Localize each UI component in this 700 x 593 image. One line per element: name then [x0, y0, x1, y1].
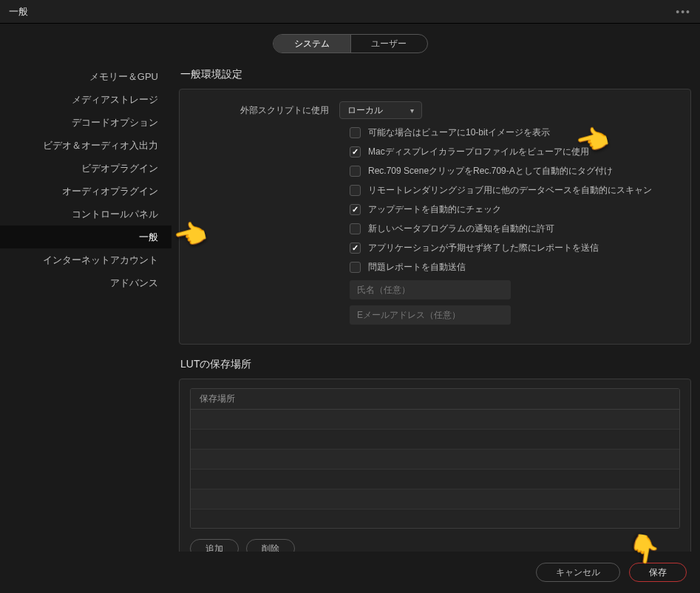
sidebar-item-label: ビデオプラグイン [81, 162, 158, 175]
general-section-title: 一般環境設定 [180, 68, 691, 81]
sidebar-item-label: メモリー＆GPU [89, 70, 158, 84]
check-mac-color-profile[interactable] [350, 146, 361, 157]
sidebar-item-label: オーディオプラグイン [62, 185, 158, 198]
check-label: 新しいベータプログラムの通知を自動的に許可 [368, 223, 554, 235]
sidebar-item-general[interactable]: 一般 [0, 226, 171, 248]
tabbar: システム ユーザー [0, 24, 700, 62]
main-content: 一般環境設定 外部スクリプトに使用 ローカル ▾ 可能な場合はビューアに10-b… [171, 62, 700, 553]
check-auto-send-report[interactable] [350, 262, 361, 273]
save-button[interactable]: 保存 [629, 563, 687, 582]
footer: キャンセル 保存 [0, 552, 700, 593]
sidebar-item-label: デコードオプション [72, 116, 158, 129]
script-label: 外部スクリプトに使用 [193, 104, 339, 117]
sidebar-item-label: アドバンス [110, 277, 158, 290]
lut-table: 保存場所 [190, 388, 680, 529]
sidebar-item-control-panels[interactable]: コントロールパネル [0, 203, 171, 226]
sidebar-item-memory-gpu[interactable]: メモリー＆GPU [0, 65, 171, 88]
check-10bit[interactable] [350, 127, 361, 138]
tab-system[interactable]: システム [273, 35, 350, 52]
check-label: Rec.709 SceneクリップをRec.709-Aとして自動的にタグ付け [368, 165, 613, 177]
check-label: Macディスプレイカラープロファイルをビューアに使用 [368, 146, 589, 158]
table-row[interactable] [191, 470, 679, 489]
check-beta-notify[interactable] [350, 223, 361, 234]
lut-panel: 保存場所 追加 削除 [179, 379, 691, 553]
check-label: リモートレンダリングジョブ用に他のデータベースを自動的にスキャン [368, 184, 652, 197]
lut-table-body[interactable] [191, 410, 679, 528]
sidebar-item-label: コントロールパネル [72, 208, 158, 221]
sidebar-item-label: インターネットアカウント [43, 254, 158, 267]
check-updates[interactable] [350, 204, 361, 215]
sidebar-item-advanced[interactable]: アドバンス [0, 271, 171, 294]
segmented-control: システム ユーザー [273, 34, 428, 53]
window-title: 一般 [9, 5, 28, 18]
check-label: 問題レポートを自動送信 [368, 261, 466, 274]
script-select-value: ローカル [347, 104, 383, 117]
sidebar-item-media-storage[interactable]: メディアストレージ [0, 88, 171, 111]
check-rec709[interactable] [350, 166, 361, 177]
sidebar-item-video-audio-io[interactable]: ビデオ＆オーディオ入出力 [0, 134, 171, 157]
sidebar-item-label: ビデオ＆オーディオ入出力 [43, 139, 158, 152]
sidebar-item-internet-accounts[interactable]: インターネットアカウント [0, 248, 171, 271]
chevron-down-icon: ▾ [410, 106, 414, 115]
sidebar: メモリー＆GPU メディアストレージ デコードオプション ビデオ＆オーディオ入出… [0, 62, 171, 553]
lut-section-title: LUTの保存場所 [180, 358, 691, 371]
sidebar-item-label: 一般 [139, 231, 158, 244]
titlebar: 一般 ••• [0, 0, 700, 24]
table-row[interactable] [191, 489, 679, 509]
table-row[interactable] [191, 450, 679, 470]
script-select[interactable]: ローカル ▾ [339, 101, 422, 119]
lut-col-header[interactable]: 保存場所 [191, 389, 679, 410]
check-label: アプリケーションが予期せず終了した際にレポートを送信 [368, 242, 599, 254]
email-field[interactable] [350, 305, 511, 325]
table-row[interactable] [191, 410, 679, 430]
sidebar-item-label: メディアストレージ [72, 93, 158, 106]
sidebar-item-video-plugins[interactable]: ビデオプラグイン [0, 157, 171, 180]
table-row[interactable] [191, 430, 679, 450]
cancel-button[interactable]: キャンセル [536, 563, 620, 582]
table-row[interactable] [191, 509, 679, 529]
check-label: 可能な場合はビューアに10-bitイメージを表示 [368, 126, 550, 139]
tab-user[interactable]: ユーザー [350, 35, 427, 52]
check-label: アップデートを自動的にチェック [368, 203, 501, 216]
general-panel: 外部スクリプトに使用 ローカル ▾ 可能な場合はビューアに10-bitイメージを… [179, 89, 691, 345]
sidebar-item-audio-plugins[interactable]: オーディオプラグイン [0, 180, 171, 203]
check-crash-report[interactable] [350, 243, 361, 254]
sidebar-item-decode-options[interactable]: デコードオプション [0, 111, 171, 134]
check-remote-render-scan[interactable] [350, 185, 361, 196]
name-field[interactable] [350, 280, 511, 299]
window-menu-icon[interactable]: ••• [676, 6, 691, 18]
